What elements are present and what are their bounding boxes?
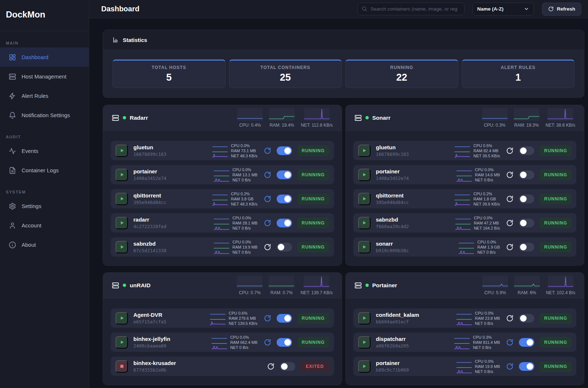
hosts-grid: Radarr CPU: 0.4% RAM: 19.4% NET: 112.8 K… <box>103 105 584 385</box>
restart-icon[interactable] <box>506 219 513 227</box>
host-cpu-metric: CPU: 0.3% <box>482 108 508 128</box>
autorestart-toggle[interactable] <box>277 243 292 251</box>
restart-icon[interactable] <box>264 195 271 203</box>
autorestart-toggle[interactable] <box>277 170 292 179</box>
autorestart-toggle[interactable] <box>519 219 534 227</box>
container-action-button[interactable] <box>115 217 128 229</box>
container-action-button[interactable] <box>115 336 128 349</box>
container-cpu-sparkline <box>456 311 472 315</box>
restart-icon[interactable] <box>264 147 271 154</box>
autorestart-toggle[interactable] <box>280 362 295 371</box>
sidebar-item-host-management[interactable]: Host Management <box>0 67 89 86</box>
host-net-metric: NET: 38.6 KB/s <box>546 108 575 128</box>
container-action-button[interactable] <box>358 193 371 205</box>
autorestart-toggle[interactable] <box>519 243 534 251</box>
restart-icon[interactable] <box>264 315 271 322</box>
container-net-sparkline <box>210 321 225 325</box>
container-net-stat: NET 0 B/s <box>232 178 257 182</box>
play-icon <box>119 244 125 250</box>
container-net-sparkline <box>214 250 229 254</box>
autorestart-toggle[interactable] <box>277 146 292 155</box>
container-action-button[interactable] <box>115 169 128 181</box>
host-cpu-label: CPU: 0.7% <box>239 290 261 295</box>
sidebar-item-about[interactable]: About <box>0 235 89 254</box>
restart-icon[interactable] <box>506 195 513 203</box>
sidebar-item-account[interactable]: Account <box>0 216 89 235</box>
sidebar-item-alert-rules[interactable]: Alert Rules <box>0 86 89 105</box>
container-stats: CPU 0.0% RAM 73.1 MB NET 48.3 KB/s <box>212 143 258 158</box>
container-action-button[interactable] <box>358 336 371 349</box>
sidebar-item-dashboard[interactable]: Dashboard <box>0 47 89 67</box>
play-icon <box>361 339 367 345</box>
host-metrics: CPU: 0.7% RAM: 0.7% NET: 139.7 KB/s <box>237 276 333 295</box>
restart-icon[interactable] <box>506 315 513 322</box>
host-net-label: NET: 102.4 B/s <box>546 290 575 295</box>
statistics-header: Statistics <box>103 30 584 50</box>
container-cpu-stat: CPU 0.6% <box>229 311 258 315</box>
sidebar-item-events[interactable]: Events <box>0 141 89 161</box>
host-ram-sparkline <box>514 276 540 288</box>
container-name: Agent-DVR <box>133 312 205 318</box>
container-action-button[interactable] <box>358 312 371 324</box>
autorestart-toggle[interactable] <box>519 338 534 347</box>
autorestart-toggle[interactable] <box>277 195 292 203</box>
restart-icon[interactable] <box>264 243 271 251</box>
container-net-sparkline <box>214 178 229 182</box>
container-action-button[interactable] <box>115 193 128 205</box>
dashboard-icon <box>9 54 16 61</box>
autorestart-toggle[interactable] <box>277 338 292 347</box>
restart-icon[interactable] <box>264 339 271 346</box>
autorestart-toggle[interactable] <box>519 170 534 179</box>
toggle-knob <box>284 339 291 346</box>
restart-icon[interactable] <box>264 171 271 178</box>
sidebar-item-settings[interactable]: Settings <box>0 196 89 216</box>
restart-icon[interactable] <box>506 243 513 251</box>
refresh-button[interactable]: Refresh <box>542 3 581 16</box>
search-input[interactable] <box>357 3 464 15</box>
container-ram-stat: RAM 14.6 MB <box>475 173 500 177</box>
server-icon <box>354 282 362 289</box>
container-net-stat: NET 39.6 KB/s <box>473 202 500 206</box>
toggle-knob <box>284 315 291 322</box>
host-cpu-label: CPU: 0.4% <box>239 123 261 128</box>
autorestart-toggle[interactable] <box>277 219 292 227</box>
container-cpu-stat: CPU 0.0% <box>230 335 258 339</box>
container-name: sabnzbd <box>133 241 208 247</box>
restart-icon[interactable] <box>264 219 271 227</box>
host-ram-metric: RAM: 6% <box>514 276 540 295</box>
container-action-button[interactable] <box>358 145 371 157</box>
container-action-button[interactable] <box>115 312 128 324</box>
container-action-button[interactable] <box>115 241 128 253</box>
host-header: Sonarr CPU: 0.3% RAM: 19.3% NET: 38.6 KB… <box>346 105 584 131</box>
toggle-knob <box>520 172 527 178</box>
container-action-button[interactable] <box>115 360 128 373</box>
container-action-button[interactable] <box>358 217 371 229</box>
sort-select[interactable]: Name (A-Z) <box>473 3 534 16</box>
status-badge: EXITED <box>301 361 329 372</box>
toggle-knob <box>281 363 288 370</box>
autorestart-toggle[interactable] <box>519 146 534 155</box>
autorestart-toggle[interactable] <box>519 362 534 371</box>
container-ram-sparkline <box>214 221 229 225</box>
container-action-button[interactable] <box>115 145 128 157</box>
container-action-button[interactable] <box>358 241 371 253</box>
container-action-button[interactable] <box>358 169 371 181</box>
host-net-metric: NET: 102.4 B/s <box>546 276 575 295</box>
restart-icon[interactable] <box>267 363 274 370</box>
container-action-button[interactable] <box>358 360 371 373</box>
restart-icon[interactable] <box>506 339 513 346</box>
host-net-sparkline <box>547 108 573 121</box>
restart-icon[interactable] <box>506 363 513 370</box>
restart-icon[interactable] <box>506 147 513 154</box>
sidebar-item-notification-settings[interactable]: Notification Settings <box>0 105 89 125</box>
autorestart-toggle[interactable] <box>519 195 534 203</box>
container-cpu-stat: CPU 0.0% <box>474 216 500 220</box>
autorestart-toggle[interactable] <box>519 314 534 323</box>
autorestart-toggle[interactable] <box>277 314 292 323</box>
stat-label: ALERT RULES <box>501 65 535 70</box>
container-name: qbittorrent <box>376 192 449 199</box>
container-row-sabnzbd: sabnzbd 67c5d2141338 CPU 0.0% RAM 19.9 M… <box>111 237 334 257</box>
restart-icon[interactable] <box>506 171 513 178</box>
sidebar-item-container-logs[interactable]: Container Logs <box>0 161 89 180</box>
host-cpu-sparkline <box>482 276 508 288</box>
